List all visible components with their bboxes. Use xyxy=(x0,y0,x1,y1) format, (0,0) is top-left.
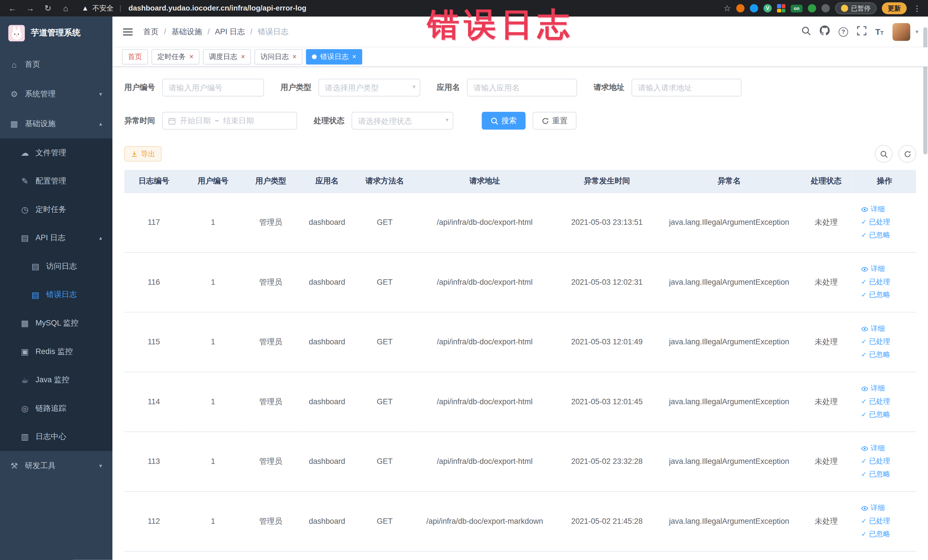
close-icon[interactable]: × xyxy=(189,53,194,61)
paused-chip[interactable]: 已暂停 xyxy=(835,2,876,14)
security-label: 不安全 xyxy=(92,3,113,13)
refresh-table-button[interactable] xyxy=(898,145,916,163)
sidebar-item-infrastructure[interactable]: ▦ 基础设施 ▲ xyxy=(0,109,112,139)
request-url-input[interactable] xyxy=(632,79,742,96)
mark-processed-link[interactable]: ✓ 已处理 xyxy=(861,277,890,287)
bookmark-star-icon[interactable]: ☆ xyxy=(723,3,731,13)
avatar[interactable] xyxy=(892,23,910,41)
chevron-down-icon[interactable]: ▾ xyxy=(916,29,918,35)
search-button[interactable]: 搜索 xyxy=(482,112,526,130)
exception-time-range-picker[interactable]: 开始日期 ~ 结束日期 xyxy=(162,112,297,130)
mark-processed-link[interactable]: ✓ 已处理 xyxy=(861,397,890,406)
app-name-input[interactable] xyxy=(467,79,577,96)
detail-link[interactable]: 详细 xyxy=(861,503,885,513)
check-icon: ✓ xyxy=(861,338,867,346)
hamburger-icon[interactable] xyxy=(122,26,133,37)
mark-ignored-link[interactable]: ✓ 已忽略 xyxy=(861,410,890,420)
table-row: 115 1 管理员 dashboard GET /api/infra/db-do… xyxy=(124,312,916,372)
export-button[interactable]: 导出 xyxy=(124,146,162,162)
sidebar-item-api-logs[interactable]: ▤ API 日志 ▲ xyxy=(0,224,112,252)
detail-link[interactable]: 详细 xyxy=(861,324,885,334)
url-cell: /api/infra/db-doc/export-markdown xyxy=(414,491,555,551)
help-icon[interactable]: ? xyxy=(839,27,848,36)
home-icon[interactable]: ⌂ xyxy=(59,3,72,13)
monitor-icon: ▦ xyxy=(9,119,19,128)
sidebar-item-dev-tools[interactable]: ⚒ 研发工具 ▼ xyxy=(0,451,112,481)
chevron-up-icon: ▲ xyxy=(98,121,103,127)
tab-error-log[interactable]: 错误日志 × xyxy=(306,49,362,64)
browser-chrome: ← → ↻ ⌂ ▲ 不安全 | dashboard.yudao.iocoder.… xyxy=(0,0,928,17)
forward-icon[interactable]: → xyxy=(24,3,37,13)
chevron-down-icon: ▼ xyxy=(98,92,103,97)
sidebar-item-java-monitor[interactable]: ☕ Java 监控 xyxy=(0,366,112,394)
user-id-input[interactable] xyxy=(162,79,264,96)
detail-link[interactable]: 详细 xyxy=(861,204,885,214)
extension-icon-2[interactable] xyxy=(750,4,758,12)
fullscreen-icon[interactable] xyxy=(857,26,866,37)
extension-icon-1[interactable] xyxy=(736,4,745,12)
actions-cell: 详细 ✓ 已处理 ✓ 已忽略 xyxy=(853,192,916,252)
exception-time-label: 异常时间 xyxy=(124,116,155,126)
toggle-search-button[interactable] xyxy=(875,145,892,163)
breadcrumb-api-logs[interactable]: API 日志 xyxy=(215,26,245,37)
mark-processed-link[interactable]: ✓ 已处理 xyxy=(861,217,890,227)
browser-menu-icon[interactable]: ⋮ xyxy=(912,4,922,12)
table-row: 117 1 管理员 dashboard GET /api/infra/db-do… xyxy=(124,192,916,252)
back-icon[interactable]: ← xyxy=(6,3,19,13)
detail-link[interactable]: 详细 xyxy=(861,443,885,453)
sidebar-item-scheduled-tasks[interactable]: ◷ 定时任务 xyxy=(0,195,112,224)
app-logo[interactable]: 芋道管理系统 xyxy=(0,17,112,50)
detail-link[interactable]: 详细 xyxy=(861,264,885,274)
extension-icon-vue[interactable]: V xyxy=(763,4,772,12)
time-cell: 2021-05-03 12:01:45 xyxy=(555,372,659,432)
sidebar-item-config-management[interactable]: ✎ 配置管理 xyxy=(0,167,112,195)
tab-scheduled-tasks[interactable]: 定时任务 × xyxy=(151,49,199,64)
reload-icon[interactable]: ↻ xyxy=(41,3,55,13)
sidebar-item-error-log[interactable]: ▤ 错误日志 xyxy=(0,281,112,309)
extension-icon-grid[interactable] xyxy=(777,4,785,12)
mark-ignored-link[interactable]: ✓ 已忽略 xyxy=(861,350,890,360)
sidebar-item-log-center[interactable]: ▥ 日志中心 xyxy=(0,423,112,451)
font-size-icon[interactable]: TT xyxy=(875,27,884,36)
close-icon[interactable]: × xyxy=(292,53,297,61)
sidebar-item-system-management[interactable]: ⚙ 系统管理 ▼ xyxy=(0,79,112,109)
close-icon[interactable]: × xyxy=(241,53,245,61)
user-type-select[interactable]: ▾ xyxy=(318,79,420,96)
mark-ignored-link[interactable]: ✓ 已忽略 xyxy=(861,230,890,240)
update-button[interactable]: 更新 xyxy=(882,2,907,14)
close-icon[interactable]: × xyxy=(352,53,356,61)
mark-processed-link[interactable]: ✓ 已处理 xyxy=(861,456,890,467)
address-bar[interactable]: dashboard.yudao.iocoder.cn/infra/log/api… xyxy=(128,4,307,12)
tab-access-log[interactable]: 访问日志 × xyxy=(255,49,302,64)
sidebar-item-redis-monitor[interactable]: ▣ Redis 监控 xyxy=(0,337,112,366)
sidebar-item-home[interactable]: ⌂ 首页 xyxy=(0,50,112,79)
search-icon[interactable] xyxy=(801,26,811,37)
sidebar-item-access-log[interactable]: ▤ 访问日志 xyxy=(0,252,112,281)
sidebar-item-file-management[interactable]: ☁ 文件管理 xyxy=(0,138,112,167)
mark-processed-link[interactable]: ✓ 已处理 xyxy=(861,516,890,526)
log-id-cell: 112 xyxy=(124,491,183,551)
breadcrumb-infrastructure[interactable]: 基础设施 xyxy=(171,26,202,37)
extension-icon-on[interactable]: on xyxy=(791,5,803,12)
table-body: 117 1 管理员 dashboard GET /api/infra/db-do… xyxy=(124,192,916,551)
process-status-select[interactable]: ▾ xyxy=(351,112,453,130)
extensions-puzzle-icon[interactable] xyxy=(821,4,830,12)
sidebar-item-mysql-monitor[interactable]: ▦ MySQL 监控 xyxy=(0,309,112,337)
detail-link[interactable]: 详细 xyxy=(861,383,885,394)
extension-icon-leaf[interactable] xyxy=(808,4,816,12)
sidebar-item-link-tracing[interactable]: ◎ 链路追踪 xyxy=(0,394,112,423)
chevron-down-icon: ▼ xyxy=(98,463,103,468)
filter-row-2: 异常时间 开始日期 ~ 结束日期 处理状态 ▾ xyxy=(124,112,916,130)
site-security-chip[interactable]: ▲ 不安全 | xyxy=(82,3,124,13)
scrollbar-thumb[interactable] xyxy=(923,27,927,154)
mark-ignored-link[interactable]: ✓ 已忽略 xyxy=(861,290,890,300)
github-icon[interactable] xyxy=(820,25,830,38)
mark-processed-link[interactable]: ✓ 已处理 xyxy=(861,337,890,346)
tab-schedule-log[interactable]: 调度日志 × xyxy=(203,49,251,64)
logo-rabbit-icon xyxy=(8,25,25,41)
mark-ignored-link[interactable]: ✓ 已忽略 xyxy=(861,529,890,539)
tab-home[interactable]: 首页 xyxy=(122,49,148,64)
mark-ignored-link[interactable]: ✓ 已忽略 xyxy=(861,469,890,479)
breadcrumb-home[interactable]: 首页 xyxy=(143,26,159,37)
reset-button[interactable]: 重置 xyxy=(533,112,577,130)
